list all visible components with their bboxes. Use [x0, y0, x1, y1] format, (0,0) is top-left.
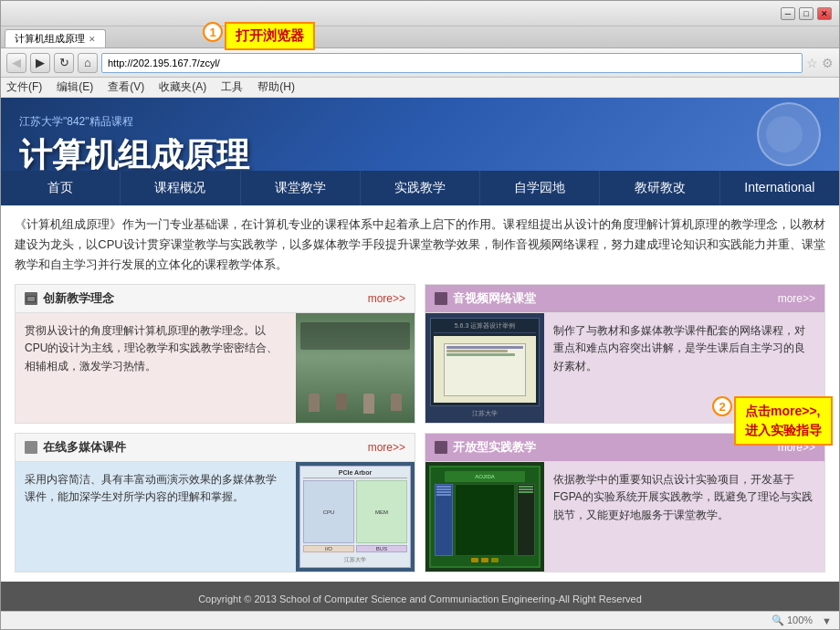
monitor-icon	[25, 292, 37, 305]
footer: Copyright © 2013 School of Computer Scie…	[1, 582, 839, 611]
refresh-button[interactable]: ↻	[54, 53, 74, 73]
menu-tools[interactable]: 工具	[221, 79, 243, 95]
bookmark-button[interactable]: ☆	[806, 56, 818, 70]
nav-research[interactable]: 教研教改	[600, 171, 719, 205]
card-lab-title-group: 开放型实践教学	[435, 439, 536, 456]
nav-course[interactable]: 课程概况	[121, 171, 240, 205]
site-subtitle: 江苏大学"842"精品课程	[19, 114, 821, 130]
card-lab-title: 开放型实践教学	[453, 439, 536, 456]
nav-home[interactable]: 首页	[1, 171, 121, 205]
nav-international[interactable]: International	[720, 171, 839, 205]
minimize-button[interactable]: ─	[781, 7, 795, 20]
site-title: 计算机组成原理	[19, 133, 821, 171]
menu-edit[interactable]: 编辑(E)	[57, 79, 93, 95]
footer-copyright: Copyright © 2013 School of Computer Scie…	[10, 591, 830, 609]
tab-title: 计算机组成原理	[15, 32, 85, 46]
card-lab-image: AOJIDA	[425, 462, 544, 572]
card-video-header: 音视频网络课堂 more>>	[425, 285, 824, 313]
footer-links: 友情链接：江苏大学计算机学院 管理员入口	[10, 609, 830, 611]
menu-view[interactable]: 查看(V)	[108, 79, 144, 95]
website-content: 江苏大学"842"精品课程 计算机组成原理 首页 课程概况 课堂教学 实践教学 …	[1, 98, 839, 611]
maximize-button[interactable]: □	[799, 7, 814, 20]
card-lab-body: AOJIDA	[425, 462, 824, 572]
card-multimedia-text: 采用内容简洁、具有丰富动画演示效果的多媒体教学课件，能加深学生对所学内容的理解和…	[16, 462, 296, 572]
url-input[interactable]	[101, 53, 803, 73]
menu-file[interactable]: 文件(F)	[6, 79, 42, 95]
title-bar: ─ □ ✕	[1, 1, 839, 26]
nav-classroom[interactable]: 课堂教学	[241, 171, 361, 205]
site-header: 江苏大学"842"精品课程 计算机组成原理	[1, 98, 839, 171]
card-multimedia-title: 在线多媒体课件	[43, 439, 126, 456]
annotation-number-2: 2	[712, 396, 732, 416]
window-controls: ─ □ ✕	[781, 7, 832, 20]
card-innovation-title: 创新教学理念	[43, 290, 114, 307]
lab-icon	[435, 441, 447, 454]
nav-practice[interactable]: 实践教学	[361, 171, 480, 205]
card-innovation-more[interactable]: more>>	[368, 292, 405, 305]
card-multimedia-title-group: 在线多媒体课件	[25, 439, 126, 456]
zoom-level: 🔍 100%	[772, 614, 813, 626]
card-video-title-group: 音视频网络课堂	[435, 290, 536, 307]
tab-bar: 计算机组成原理 ✕	[1, 26, 839, 48]
zoom-decrease-icon[interactable]: ▼	[822, 615, 832, 626]
back-button[interactable]: ◀	[6, 53, 26, 73]
card-innovation: 创新教学理念 more>> 贯彻从设计的角度理解计算机原理的教学理念。以CPU的…	[15, 284, 415, 424]
main-content: 《计算机组成原理》作为一门专业基础课，在计算机专业的课程体系中起着承上启下的作用…	[1, 205, 839, 582]
status-bar: 🔍 100% ▼	[1, 611, 839, 629]
browser-tab[interactable]: 计算机组成原理 ✕	[5, 29, 106, 47]
file-icon	[25, 441, 37, 454]
home-button[interactable]: ⌂	[78, 53, 98, 73]
annotation-box-2: 点击more>>, 进入实验指导	[734, 396, 833, 446]
forward-button[interactable]: ▶	[30, 53, 50, 73]
annotation-box-1: 打开浏览器	[225, 22, 315, 50]
card-multimedia-body: 采用内容简洁、具有丰富动画演示效果的多媒体教学课件，能加深学生对所学内容的理解和…	[16, 462, 415, 572]
card-multimedia: 在线多媒体课件 more>> 采用内容简洁、具有丰富动画演示效果的多媒体教学课件…	[15, 433, 415, 572]
card-multimedia-header: 在线多媒体课件 more>>	[16, 434, 415, 462]
card-innovation-header: 创新教学理念 more>>	[16, 285, 415, 313]
card-video-image: 5.6.3 运算器设计举例	[425, 313, 544, 423]
card-video-title: 音视频网络课堂	[453, 290, 536, 307]
intro-paragraph: 《计算机组成原理》作为一门专业基础课，在计算机专业的课程体系中起着承上启下的作用…	[15, 215, 825, 275]
nav-self-study[interactable]: 自学园地	[480, 171, 600, 205]
card-innovation-title-group: 创新教学理念	[25, 290, 114, 307]
section-grid: 创新教学理念 more>> 贯彻从设计的角度理解计算机原理的教学理念。以CPU的…	[15, 284, 825, 572]
card-video-more[interactable]: more>>	[778, 292, 815, 305]
annotation-number-1: 1	[203, 22, 223, 42]
nav-bar: ◀ ▶ ↻ ⌂ ☆ ⚙	[1, 48, 839, 78]
settings-icon[interactable]: ⚙	[822, 56, 834, 70]
card-innovation-body: 贯彻从设计的角度理解计算机原理的教学理念。以CPU的设计为主线，理论教学和实践教…	[16, 313, 415, 423]
menu-favorites[interactable]: 收藏夹(A)	[159, 79, 206, 95]
card-innovation-image	[296, 313, 415, 423]
tab-close-button[interactable]: ✕	[89, 35, 96, 44]
close-button[interactable]: ✕	[817, 7, 832, 20]
card-multimedia-more[interactable]: more>>	[368, 441, 405, 454]
card-innovation-text: 贯彻从设计的角度理解计算机原理的教学理念。以CPU的设计为主线，理论教学和实践教…	[16, 313, 296, 423]
menu-help[interactable]: 帮助(H)	[257, 79, 295, 95]
video-icon	[435, 292, 447, 305]
card-lab-text: 依据教学中的重要知识点设计实验项目，开发基于FGPA的实验系统开展实践教学，既避…	[544, 462, 824, 572]
card-lab: 开放型实践教学 more>> AOJIDA	[425, 433, 825, 572]
nav-menu: 首页 课程概况 课堂教学 实践教学 自学园地 教研教改 Internationa…	[1, 171, 839, 205]
menu-bar: 文件(F) 编辑(E) 查看(V) 收藏夹(A) 工具 帮助(H)	[1, 78, 839, 98]
card-multimedia-image: PCIe Arbor CPU MEM I/O BUS	[296, 462, 415, 572]
